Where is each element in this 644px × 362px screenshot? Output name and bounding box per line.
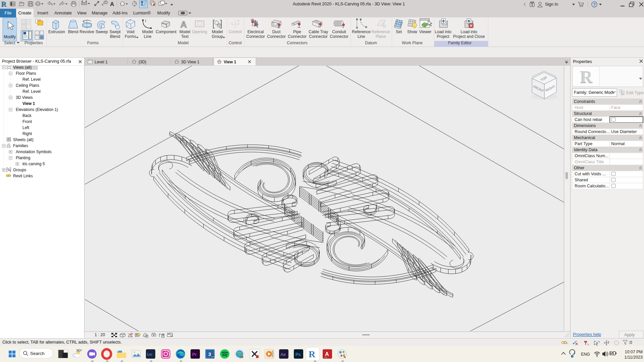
- svg-text:Shared: Shared: [575, 178, 588, 182]
- svg-text:R: R: [309, 349, 316, 359]
- svg-text:Text: Text: [181, 34, 189, 39]
- svg-text:Families: Families: [13, 143, 28, 148]
- svg-text:Floor Plans: Floor Plans: [16, 71, 36, 76]
- svg-text:Project and Close: Project and Close: [453, 34, 485, 39]
- svg-text:Dimensions: Dimensions: [574, 123, 596, 128]
- svg-text:Identity Data: Identity Data: [574, 147, 597, 152]
- svg-text:Level 1: Level 1: [95, 60, 108, 64]
- svg-text:Views (all): Views (all): [13, 66, 32, 70]
- svg-text:Annotation Symbols: Annotation Symbols: [16, 149, 52, 154]
- svg-text:Work Plane: Work Plane: [402, 41, 423, 45]
- svg-text:Electrical: Electrical: [248, 29, 264, 34]
- svg-text:Sheets (all): Sheets (all): [13, 137, 34, 142]
- svg-text:Control: Control: [229, 29, 242, 34]
- svg-text:Back: Back: [22, 113, 32, 118]
- svg-text:OmniClass Title: OmniClass Title: [575, 160, 604, 164]
- svg-text:?: ?: [593, 2, 596, 7]
- svg-text:Connector: Connector: [309, 34, 327, 39]
- svg-text:Connector: Connector: [288, 34, 306, 39]
- svg-text:MAX: MAX: [211, 356, 215, 358]
- svg-text:Ceiling Plans: Ceiling Plans: [16, 83, 39, 88]
- svg-text:Line: Line: [358, 34, 365, 39]
- svg-text:Connectors: Connectors: [287, 41, 307, 45]
- svg-text:Face: Face: [611, 105, 621, 110]
- svg-text:Project: Project: [437, 34, 449, 39]
- svg-text:Swept: Swept: [109, 29, 121, 34]
- svg-text:Load into: Load into: [435, 29, 451, 34]
- svg-text:Revit Links: Revit Links: [13, 174, 33, 178]
- svg-text:Lrc: Lrc: [147, 352, 153, 356]
- svg-text:3D Views: 3D Views: [16, 95, 33, 100]
- svg-text:Family: Generic Modı: Family: Generic Modı: [574, 90, 614, 95]
- svg-text:View 1: View 1: [22, 101, 35, 106]
- svg-text:3D View 1: 3D View 1: [181, 60, 200, 64]
- svg-text:Ae: Ae: [280, 352, 286, 357]
- svg-text:Ps: Ps: [296, 352, 301, 357]
- svg-text:ENG: ENG: [581, 352, 590, 357]
- svg-text:Void: Void: [126, 29, 134, 34]
- svg-text:Forms: Forms: [87, 41, 99, 45]
- svg-text:Line: Line: [144, 34, 152, 39]
- svg-text:Round Connecto...: Round Connecto...: [575, 129, 609, 134]
- svg-text:Conduit: Conduit: [332, 29, 346, 34]
- svg-text:Groups: Groups: [13, 168, 26, 172]
- svg-text:Reference: Reference: [371, 29, 390, 34]
- svg-text:Constraints: Constraints: [574, 99, 595, 104]
- svg-text:Connector: Connector: [267, 34, 285, 39]
- svg-text:Other: Other: [574, 166, 584, 170]
- svg-text::0: :0: [629, 340, 632, 345]
- svg-text:Apply: Apply: [624, 333, 635, 337]
- svg-text:Reference: Reference: [352, 29, 371, 34]
- svg-text:Show: Show: [407, 29, 417, 34]
- svg-text:Search: Search: [30, 351, 45, 356]
- svg-text:Planting: Planting: [16, 156, 30, 160]
- svg-text:R: R: [1, 0, 7, 8]
- svg-text:OmniClass Num...: OmniClass Num...: [575, 154, 608, 158]
- svg-text:Family Editor: Family Editor: [448, 41, 472, 45]
- svg-text:10:07 PM: 10:07 PM: [625, 350, 643, 354]
- svg-text:Model: Model: [179, 29, 191, 34]
- svg-text:Can host rebar: Can host rebar: [575, 117, 602, 122]
- svg-text:Revolve: Revolve: [79, 29, 94, 34]
- svg-text:1/11/2023: 1/11/2023: [624, 355, 643, 360]
- svg-text:Properties: Properties: [573, 59, 592, 64]
- svg-text:{3D}: {3D}: [139, 60, 146, 64]
- svg-text:Blend: Blend: [68, 29, 78, 34]
- svg-text:Normal: Normal: [611, 141, 625, 146]
- svg-text:Opening: Opening: [192, 29, 207, 34]
- svg-text:Modify: Modify: [4, 35, 15, 39]
- svg-text:kls carving 5: kls carving 5: [22, 162, 45, 166]
- svg-text:Ref. Level: Ref. Level: [22, 89, 41, 94]
- svg-text:Viewer: Viewer: [419, 29, 431, 34]
- svg-text:Control: Control: [229, 41, 242, 45]
- svg-text:Use Diameter: Use Diameter: [611, 129, 637, 134]
- svg-text:Set: Set: [396, 29, 402, 34]
- svg-text:View 1: View 1: [224, 60, 236, 64]
- svg-text:Edit Type: Edit Type: [626, 90, 644, 95]
- svg-text:Model: Model: [178, 41, 189, 45]
- svg-text:Room Calculatio...: Room Calculatio...: [575, 184, 609, 188]
- svg-text:Pr: Pr: [192, 352, 197, 357]
- svg-text:Front: Front: [22, 119, 32, 124]
- svg-text:Load into: Load into: [461, 29, 477, 34]
- svg-text:Part Type: Part Type: [575, 141, 592, 146]
- svg-text:Forms: Forms: [125, 34, 136, 39]
- svg-text:Component: Component: [156, 29, 177, 34]
- svg-text:Cut with Voids ...: Cut with Voids ...: [575, 172, 606, 176]
- svg-text:CAD: CAD: [324, 356, 327, 358]
- svg-text:Pro: Pro: [240, 356, 243, 358]
- svg-text:R: R: [581, 68, 593, 86]
- svg-text:Mechanical: Mechanical: [574, 135, 595, 140]
- svg-text:Model: Model: [212, 29, 223, 34]
- svg-text:Model: Model: [142, 29, 153, 34]
- svg-text:Properties: Properties: [24, 41, 43, 45]
- svg-text:Structural: Structural: [574, 111, 592, 116]
- svg-text:Extrusion: Extrusion: [48, 29, 65, 34]
- svg-text:Sign In: Sign In: [545, 2, 558, 7]
- svg-text:Connector: Connector: [330, 34, 348, 39]
- svg-text:Host: Host: [575, 105, 583, 110]
- svg-text:Duct: Duct: [272, 29, 281, 34]
- svg-text:Ref. Level: Ref. Level: [22, 77, 41, 82]
- svg-text:Blend: Blend: [110, 34, 120, 39]
- svg-text:Left: Left: [22, 125, 30, 130]
